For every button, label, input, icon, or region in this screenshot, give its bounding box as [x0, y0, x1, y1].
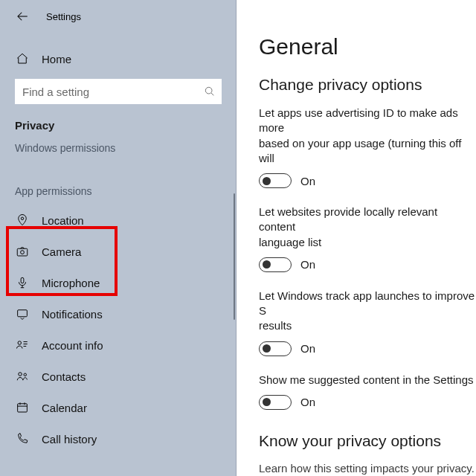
- toggle-state: On: [300, 258, 315, 271]
- sidebar-item-label: Account info: [42, 339, 103, 352]
- setting-label: Show me suggested content in the Setting…: [259, 373, 476, 387]
- back-button[interactable]: [15, 9, 30, 24]
- setting-label: Let Windows track app launches to improv…: [259, 289, 476, 334]
- sidebar-item-label: Contacts: [42, 370, 86, 383]
- sidebar-item-label: Notifications: [42, 308, 103, 321]
- search-icon: [204, 86, 216, 97]
- notifications-icon: [15, 307, 30, 321]
- search-container: [0, 73, 237, 104]
- call-history-icon: [15, 432, 30, 446]
- title-bar: Settings: [0, 0, 237, 28]
- home-icon: [15, 52, 30, 65]
- app-title: Settings: [46, 11, 81, 22]
- svg-point-7: [19, 373, 22, 376]
- main-content: General Change privacy options Let apps …: [237, 0, 476, 476]
- sidebar-item-label: Camera: [42, 245, 81, 258]
- camera-icon: [15, 245, 30, 258]
- calendar-icon: [15, 401, 30, 414]
- toggle-state: On: [300, 396, 315, 408]
- sidebar-item-microphone[interactable]: Microphone: [0, 267, 237, 298]
- toggle-suggested-content[interactable]: [259, 395, 292, 410]
- account-info-icon: [15, 338, 30, 352]
- sidebar-item-call-history[interactable]: Call history: [0, 423, 237, 454]
- setting-suggested-content: Show me suggested content in the Setting…: [259, 373, 476, 410]
- search-input[interactable]: [21, 85, 204, 99]
- sidebar-item-calendar[interactable]: Calendar: [0, 392, 237, 423]
- toggle-language-list[interactable]: [259, 257, 292, 272]
- svg-point-0: [205, 87, 212, 94]
- sidebar-item-label: Call history: [42, 433, 97, 446]
- sidebar-item-label: Home: [42, 53, 71, 65]
- sidebar-item-camera[interactable]: Camera: [0, 236, 237, 267]
- toggle-advertising-id[interactable]: [259, 173, 292, 188]
- svg-point-1: [21, 217, 23, 219]
- section-description: Learn how this setting impacts your priv…: [259, 462, 476, 475]
- svg-rect-4: [21, 277, 24, 283]
- svg-point-6: [18, 341, 22, 345]
- svg-point-3: [21, 251, 25, 254]
- microphone-icon: [15, 276, 30, 289]
- svg-rect-5: [18, 310, 28, 317]
- toggle-app-launches[interactable]: [259, 341, 292, 356]
- section-heading: Know your privacy options: [259, 432, 476, 450]
- toggle-state: On: [300, 342, 315, 355]
- sidebar-item-label: Location: [42, 214, 84, 227]
- sidebar: Settings Home Privacy Windows permission…: [0, 0, 237, 476]
- sidebar-item-location[interactable]: Location: [0, 205, 237, 236]
- svg-rect-9: [18, 404, 28, 412]
- setting-label: Let apps use advertising ID to make ads …: [259, 106, 476, 166]
- sidebar-item-contacts[interactable]: Contacts: [0, 361, 237, 392]
- setting-label: Let websites provide locally relevant co…: [259, 205, 476, 250]
- sidebar-item-notifications[interactable]: Notifications: [0, 298, 237, 329]
- toggle-state: On: [300, 175, 315, 187]
- sidebar-item-label: Microphone: [42, 277, 100, 289]
- sidebar-item-home[interactable]: Home: [0, 45, 237, 73]
- sidebar-item-account-info[interactable]: Account info: [0, 329, 237, 361]
- setting-advertising-id: Let apps use advertising ID to make ads …: [259, 106, 476, 188]
- search-box[interactable]: [15, 79, 222, 104]
- contacts-icon: [15, 370, 30, 383]
- location-icon: [15, 213, 30, 227]
- section-title: Privacy: [0, 104, 237, 135]
- svg-rect-2: [17, 248, 28, 256]
- category-title: App permissions: [0, 178, 237, 200]
- section-heading: Change privacy options: [259, 76, 476, 94]
- setting-app-launches: Let Windows track app launches to improv…: [259, 289, 476, 356]
- setting-language-list: Let websites provide locally relevant co…: [259, 205, 476, 272]
- section-subtitle[interactable]: Windows permissions: [0, 135, 237, 157]
- svg-point-8: [24, 373, 26, 376]
- page-title: General: [259, 34, 476, 60]
- sidebar-item-label: Calendar: [42, 402, 87, 414]
- arrow-left-icon: [16, 10, 29, 23]
